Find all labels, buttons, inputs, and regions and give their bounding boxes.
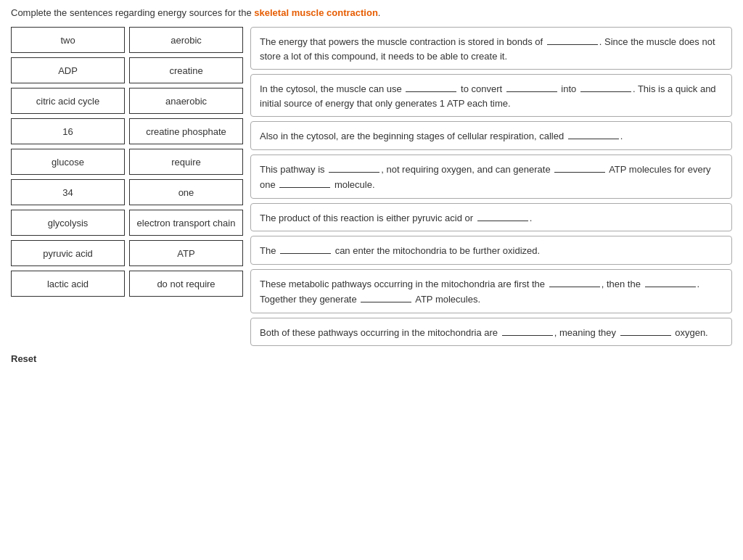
word-tile[interactable]: creatine [129,57,243,83]
word-bank: twoaerobicADPcreatinecitric acid cyclean… [11,27,243,297]
word-tile[interactable]: glucose [11,149,125,175]
answer-blank[interactable] [279,176,330,188]
answer-blank[interactable] [549,276,600,287]
sentence-box: Also in the cytosol, are the beginning s… [250,121,732,150]
answer-blank[interactable] [477,210,528,221]
answer-blank[interactable] [280,242,331,254]
word-tile[interactable]: electron transport chain [129,210,243,236]
sentence-box: The product of this reaction is either p… [250,203,732,232]
word-tile[interactable]: pyruvic acid [11,240,125,266]
sentence-box: The energy that powers the muscle contra… [250,27,732,70]
sentence-box: These metabolic pathways occurring in th… [250,269,732,313]
answer-blank[interactable] [506,81,557,92]
answer-blank[interactable] [502,324,553,336]
word-tile[interactable]: ADP [11,57,125,83]
word-tile[interactable]: do not require [129,271,243,297]
word-tile[interactable]: 34 [11,179,125,205]
answer-blank[interactable] [361,291,411,302]
main-layout: twoaerobicADPcreatinecitric acid cyclean… [11,27,732,346]
answer-blank[interactable] [406,81,456,92]
word-tile[interactable]: one [129,179,243,205]
sentence-box: The can enter the mitochondria to be fur… [250,236,732,265]
word-tile[interactable]: aerobic [129,27,243,53]
answer-blank[interactable] [329,161,379,173]
answer-blank[interactable] [554,161,605,173]
word-tile[interactable]: creatine phosphate [129,118,243,144]
answer-blank[interactable] [645,276,696,287]
word-tile[interactable]: glycolysis [11,210,125,236]
word-tile[interactable]: anaerobic [129,88,243,114]
sentence-box: Both of these pathways occurring in the … [250,318,732,347]
answer-blank[interactable] [568,128,619,139]
word-tile[interactable]: ATP [129,240,243,266]
sentences-panel: The energy that powers the muscle contra… [250,27,732,346]
word-tile[interactable]: 16 [11,118,125,144]
word-tile[interactable]: lactic acid [11,271,125,297]
instruction: Complete the sentences regarding energy … [11,7,732,18]
word-tile[interactable]: two [11,27,125,53]
sentence-box: In the cytosol, the muscle can use to co… [250,74,732,117]
sentence-box: This pathway is , not requiring oxygen, … [250,155,732,199]
word-tile[interactable]: require [129,149,243,175]
reset-button[interactable]: Reset [11,353,36,364]
answer-blank[interactable] [580,81,631,92]
answer-blank[interactable] [547,33,598,45]
answer-blank[interactable] [620,324,671,336]
word-tile[interactable]: citric acid cycle [11,88,125,114]
